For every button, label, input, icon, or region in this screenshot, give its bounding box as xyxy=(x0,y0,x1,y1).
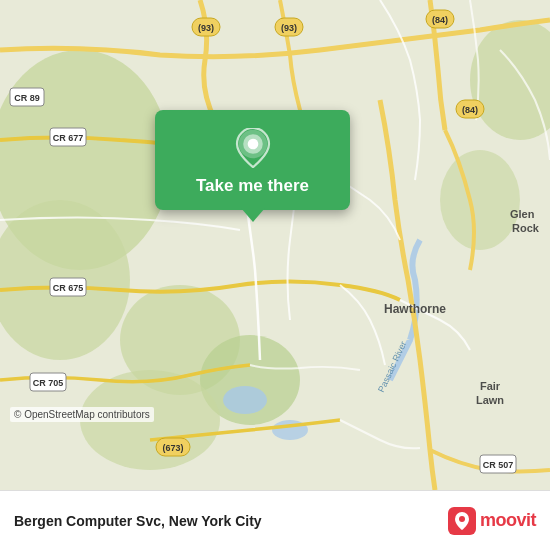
svg-point-38 xyxy=(247,139,258,150)
svg-text:Hawthorne: Hawthorne xyxy=(384,302,446,316)
svg-point-8 xyxy=(223,386,267,414)
location-pin-icon xyxy=(233,128,273,168)
svg-text:CR 705: CR 705 xyxy=(33,378,64,388)
popup-card[interactable]: Take me there xyxy=(155,110,350,210)
svg-text:CR 675: CR 675 xyxy=(53,283,84,293)
svg-text:(84): (84) xyxy=(432,15,448,25)
svg-text:Lawn: Lawn xyxy=(476,394,504,406)
svg-text:Glen: Glen xyxy=(510,208,535,220)
svg-text:(93): (93) xyxy=(281,23,297,33)
svg-text:(93): (93) xyxy=(198,23,214,33)
moovit-logo: moovit xyxy=(448,507,536,535)
bottom-bar: Bergen Computer Svc, New York City moovi… xyxy=(0,490,550,550)
svg-text:Fair: Fair xyxy=(480,380,501,392)
svg-text:CR 677: CR 677 xyxy=(53,133,84,143)
svg-text:(673): (673) xyxy=(162,443,183,453)
svg-text:Rock: Rock xyxy=(512,222,540,234)
moovit-brand-name: moovit xyxy=(480,510,536,531)
map-attribution: © OpenStreetMap contributors xyxy=(10,407,154,422)
popup-label: Take me there xyxy=(196,176,309,196)
svg-point-7 xyxy=(440,150,520,250)
svg-text:CR 89: CR 89 xyxy=(14,93,40,103)
svg-text:(84): (84) xyxy=(462,105,478,115)
svg-text:CR 507: CR 507 xyxy=(483,460,514,470)
map-container: CR 89 CR 677 (93) (93) (84) (84) CR 675 … xyxy=(0,0,550,490)
svg-point-40 xyxy=(459,516,465,522)
location-title: Bergen Computer Svc, New York City xyxy=(14,513,262,529)
moovit-brand-icon xyxy=(448,507,476,535)
